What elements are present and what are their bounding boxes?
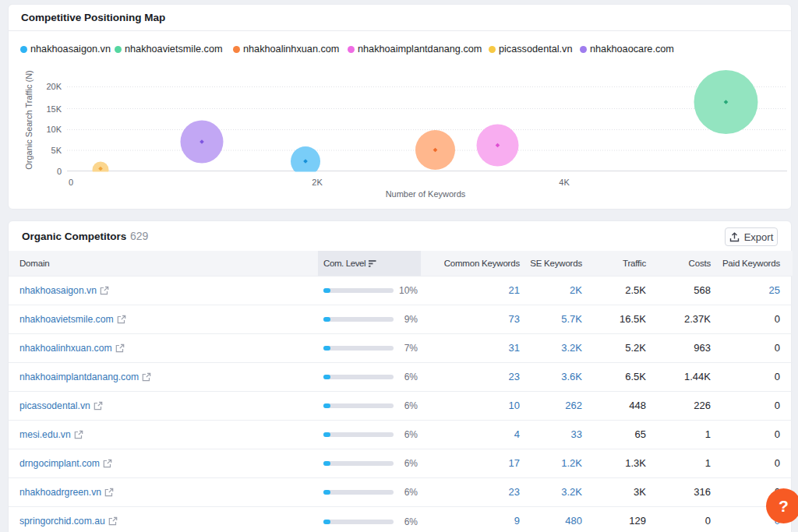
svg-text:0: 0 bbox=[57, 167, 62, 176]
svg-text:4K: 4K bbox=[559, 178, 570, 187]
svg-text:20K: 20K bbox=[46, 82, 62, 91]
svg-text:10K: 10K bbox=[46, 125, 62, 134]
svg-text:5K: 5K bbox=[51, 146, 62, 155]
svg-text:15K: 15K bbox=[46, 104, 62, 114]
svg-text:2K: 2K bbox=[312, 178, 323, 187]
svg-text:Organic Search Traffic (N): Organic Search Traffic (N) bbox=[24, 70, 34, 170]
svg-text:0: 0 bbox=[69, 178, 73, 187]
svg-text:Number of Keywords: Number of Keywords bbox=[386, 189, 466, 199]
